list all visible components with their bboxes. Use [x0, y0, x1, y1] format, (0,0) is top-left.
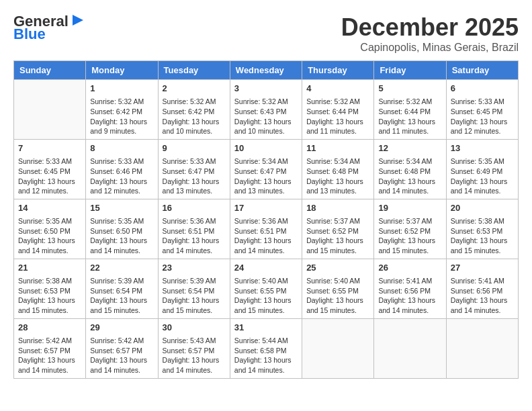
sunrise-text: Sunrise: 5:32 AM: [234, 97, 298, 107]
day-number: 29: [90, 322, 153, 334]
daylight-text: Daylight: 13 hours and 12 minutes.: [90, 177, 153, 196]
day-number: 21: [18, 262, 81, 274]
sunset-text: Sunset: 6:58 PM: [234, 346, 298, 356]
daylight-text: Daylight: 13 hours and 13 minutes.: [306, 177, 369, 196]
calendar-cell: 4 Sunrise: 5:32 AM Sunset: 6:44 PM Dayli…: [302, 80, 374, 140]
day-number: 28: [18, 322, 81, 334]
week-row-3: 14 Sunrise: 5:35 AM Sunset: 6:50 PM Dayl…: [14, 199, 519, 259]
sunset-text: Sunset: 6:56 PM: [451, 286, 514, 296]
day-number: 31: [234, 322, 298, 334]
logo-arrow-icon: [71, 13, 85, 27]
calendar-cell: 24 Sunrise: 5:40 AM Sunset: 6:55 PM Dayl…: [230, 259, 302, 318]
calendar-cell: 20 Sunrise: 5:38 AM Sunset: 6:53 PM Dayl…: [446, 199, 518, 259]
day-number: 25: [306, 262, 369, 274]
day-info: Sunrise: 5:33 AM Sunset: 6:45 PM Dayligh…: [451, 97, 514, 136]
sunrise-text: Sunrise: 5:35 AM: [90, 216, 153, 226]
day-info: Sunrise: 5:32 AM Sunset: 6:44 PM Dayligh…: [378, 97, 441, 136]
calendar-cell: 1 Sunrise: 5:32 AM Sunset: 6:42 PM Dayli…: [86, 80, 158, 140]
day-number: 24: [234, 262, 298, 274]
daylight-text: Daylight: 13 hours and 12 minutes.: [18, 177, 81, 196]
sunrise-text: Sunrise: 5:32 AM: [306, 97, 369, 107]
sunset-text: Sunset: 6:43 PM: [234, 107, 298, 117]
sunset-text: Sunset: 6:45 PM: [451, 107, 514, 117]
sunrise-text: Sunrise: 5:33 AM: [90, 156, 153, 167]
calendar-cell: 3 Sunrise: 5:32 AM Sunset: 6:43 PM Dayli…: [230, 80, 302, 140]
calendar-cell: 23 Sunrise: 5:39 AM Sunset: 6:54 PM Dayl…: [158, 259, 230, 318]
day-number: 10: [234, 142, 298, 154]
sunrise-text: Sunrise: 5:33 AM: [18, 156, 81, 167]
calendar-table: SundayMondayTuesdayWednesdayThursdayFrid…: [13, 60, 519, 379]
calendar-cell: 25 Sunrise: 5:40 AM Sunset: 6:55 PM Dayl…: [302, 259, 374, 318]
daylight-text: Daylight: 13 hours and 14 minutes.: [90, 355, 153, 375]
day-info: Sunrise: 5:40 AM Sunset: 6:55 PM Dayligh…: [234, 276, 298, 316]
calendar-cell: 8 Sunrise: 5:33 AM Sunset: 6:46 PM Dayli…: [86, 139, 158, 199]
calendar-cell: 30 Sunrise: 5:43 AM Sunset: 6:57 PM Dayl…: [158, 318, 230, 378]
sunset-text: Sunset: 6:56 PM: [378, 286, 441, 296]
sunset-text: Sunset: 6:50 PM: [90, 226, 153, 236]
daylight-text: Daylight: 13 hours and 14 minutes.: [18, 355, 81, 375]
sunrise-text: Sunrise: 5:40 AM: [306, 276, 369, 286]
sunset-text: Sunset: 6:47 PM: [234, 167, 298, 177]
day-info: Sunrise: 5:37 AM Sunset: 6:52 PM Dayligh…: [306, 216, 369, 256]
title-area: December 2025 Capinopolis, Minas Gerais,…: [341, 13, 519, 54]
daylight-text: Daylight: 13 hours and 15 minutes.: [163, 295, 226, 315]
logo-blue-text: Blue: [13, 27, 46, 42]
daylight-text: Daylight: 13 hours and 14 minutes.: [163, 355, 226, 375]
daylight-text: Daylight: 13 hours and 14 minutes.: [378, 295, 441, 315]
daylight-text: Daylight: 13 hours and 15 minutes.: [306, 236, 369, 255]
sunrise-text: Sunrise: 5:38 AM: [18, 276, 81, 286]
sunset-text: Sunset: 6:47 PM: [163, 167, 226, 177]
daylight-text: Daylight: 13 hours and 14 minutes.: [234, 355, 298, 375]
day-number: 13: [451, 142, 514, 154]
day-info: Sunrise: 5:42 AM Sunset: 6:57 PM Dayligh…: [18, 336, 81, 375]
sunrise-text: Sunrise: 5:34 AM: [234, 156, 298, 167]
day-info: Sunrise: 5:36 AM Sunset: 6:51 PM Dayligh…: [234, 216, 298, 256]
day-info: Sunrise: 5:42 AM Sunset: 6:57 PM Dayligh…: [90, 336, 153, 375]
day-info: Sunrise: 5:39 AM Sunset: 6:54 PM Dayligh…: [90, 276, 153, 316]
daylight-text: Daylight: 13 hours and 11 minutes.: [378, 117, 441, 136]
day-number: 7: [18, 142, 81, 154]
calendar-cell: [374, 318, 446, 378]
sunset-text: Sunset: 6:57 PM: [90, 346, 153, 356]
sunset-text: Sunset: 6:53 PM: [18, 286, 81, 296]
day-number: 11: [306, 142, 369, 154]
day-number: 4: [306, 83, 369, 95]
day-number: 14: [18, 202, 81, 214]
calendar-cell: 26 Sunrise: 5:41 AM Sunset: 6:56 PM Dayl…: [374, 259, 446, 318]
day-info: Sunrise: 5:39 AM Sunset: 6:54 PM Dayligh…: [163, 276, 226, 316]
sunrise-text: Sunrise: 5:33 AM: [451, 97, 514, 107]
sunset-text: Sunset: 6:57 PM: [18, 346, 81, 356]
sunset-text: Sunset: 6:51 PM: [163, 226, 226, 236]
calendar-cell: 21 Sunrise: 5:38 AM Sunset: 6:53 PM Dayl…: [14, 259, 86, 318]
day-info: Sunrise: 5:35 AM Sunset: 6:50 PM Dayligh…: [90, 216, 153, 256]
day-info: Sunrise: 5:34 AM Sunset: 6:48 PM Dayligh…: [306, 156, 369, 196]
sunrise-text: Sunrise: 5:34 AM: [306, 156, 369, 167]
sunset-text: Sunset: 6:48 PM: [378, 167, 441, 177]
day-number: 12: [378, 142, 441, 154]
day-number: 17: [234, 202, 298, 214]
daylight-text: Daylight: 13 hours and 14 minutes.: [18, 236, 81, 255]
sunset-text: Sunset: 6:45 PM: [18, 167, 81, 177]
sunrise-text: Sunrise: 5:43 AM: [163, 336, 226, 346]
calendar-cell: 13 Sunrise: 5:35 AM Sunset: 6:49 PM Dayl…: [446, 139, 518, 199]
sunrise-text: Sunrise: 5:36 AM: [163, 216, 226, 226]
day-info: Sunrise: 5:35 AM Sunset: 6:50 PM Dayligh…: [18, 216, 81, 256]
week-row-1: 1 Sunrise: 5:32 AM Sunset: 6:42 PM Dayli…: [14, 80, 519, 140]
week-row-4: 21 Sunrise: 5:38 AM Sunset: 6:53 PM Dayl…: [14, 259, 519, 318]
daylight-text: Daylight: 13 hours and 15 minutes.: [18, 295, 81, 315]
daylight-text: Daylight: 13 hours and 12 minutes.: [451, 117, 514, 136]
calendar-cell: 5 Sunrise: 5:32 AM Sunset: 6:44 PM Dayli…: [374, 80, 446, 140]
daylight-text: Daylight: 13 hours and 10 minutes.: [163, 117, 226, 136]
calendar-cell: 7 Sunrise: 5:33 AM Sunset: 6:45 PM Dayli…: [14, 139, 86, 199]
month-title: December 2025: [341, 13, 519, 42]
sunset-text: Sunset: 6:52 PM: [306, 226, 369, 236]
sunrise-text: Sunrise: 5:34 AM: [378, 156, 441, 167]
weekday-header-wednesday: Wednesday: [230, 61, 302, 80]
daylight-text: Daylight: 13 hours and 13 minutes.: [234, 177, 298, 196]
day-info: Sunrise: 5:33 AM Sunset: 6:45 PM Dayligh…: [18, 156, 81, 196]
daylight-text: Daylight: 13 hours and 14 minutes.: [90, 236, 153, 255]
day-number: 20: [451, 202, 514, 214]
sunrise-text: Sunrise: 5:35 AM: [18, 216, 81, 226]
day-info: Sunrise: 5:32 AM Sunset: 6:44 PM Dayligh…: [306, 97, 369, 136]
sunset-text: Sunset: 6:54 PM: [90, 286, 153, 296]
